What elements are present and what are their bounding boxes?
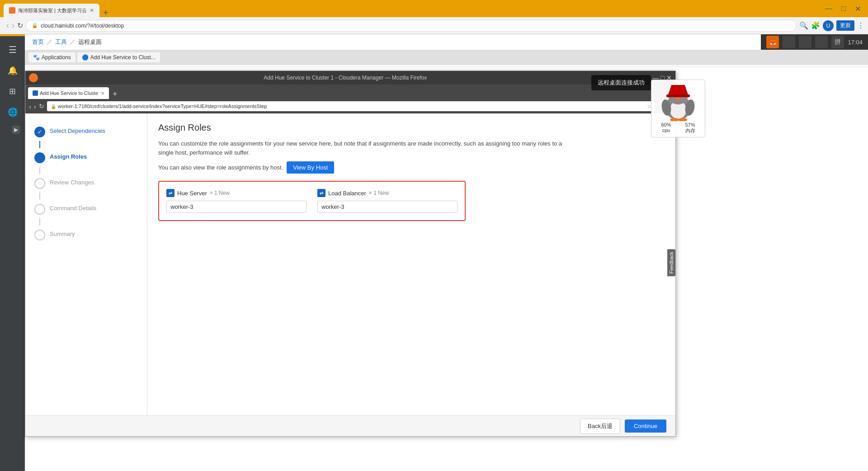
firefox-addrbar: ‹ › ↻ 🔒 worker-1:7180/cmf/clusters/1/add… [25,99,675,113]
applications-tab-bar: 🐾 Applications 🔵 Add Hue Service to Clus… [25,50,868,65]
new-tab-button[interactable]: + [99,8,112,17]
taskbar-time: 17:04 [848,39,863,46]
taskbar-item-3[interactable] [815,36,828,48]
ff-addr-url: worker-1:7180/cmf/clusters/1/add-service… [58,104,645,109]
address-bar[interactable]: 🔒 cloud.hainiubl.com/?#/tool/desktop [26,20,797,32]
chrome-titlebar: 海沛部落实验室 | 大数据学习云 ✕ + — □ ✕ [0,0,868,17]
extensions-button[interactable]: 🧩 [811,21,820,30]
ff-back-button[interactable]: ‹ [29,103,31,110]
chrome-tabs-area: 海沛部落实验室 | 大数据学习云 ✕ + [4,0,818,17]
menu-button[interactable]: ⋮ [857,21,864,30]
outer-browser: 海沛部落实验室 | 大数据学习云 ✕ + — □ ✕ ‹ › ↻ 🔒 cloud… [0,0,868,471]
breadcrumb-tools[interactable]: 工具 [55,38,67,46]
ff-tab-close-icon[interactable]: ✕ [101,91,104,96]
back-nav-button[interactable]: ‹ [6,21,9,30]
applications-icon: 🐾 [33,54,40,61]
cpu-label: cpu [662,127,670,133]
wizard-circle-roles [34,152,45,163]
wizard-label-review: Review Changes [50,178,94,186]
hue-server-header: ⇄ Hue Server × 1 New [166,189,307,197]
firefox-window: Add Hue Service to Cluster 1 - Cloudera … [25,71,676,437]
search-toolbar-button[interactable]: 🔍 [799,21,808,30]
load-balancer-icon: ⇄ [317,189,326,197]
hue-server-badge: × 1 New [210,190,230,196]
minimize-button[interactable]: — [821,5,836,13]
back-button[interactable]: Back后退 [580,419,620,434]
wizard-circle-cmd [34,204,45,215]
mem-value: 57% [685,122,695,127]
taskbar-item-1[interactable] [783,36,795,48]
page-title: Assign Roles [158,122,665,133]
firefox-content: ✓ Select Dependencies Assign Roles [25,113,675,415]
wizard-connector-2 [39,167,40,174]
description-text-2: You can also view the role assignments b… [158,164,283,171]
breadcrumb-sep1: ／ [47,38,52,46]
wizard-step-cmd-details[interactable]: Command Details [33,200,140,218]
side-dock: ☰ 🔔 ⊞ 🌐 ▶ [0,36,25,471]
ff-refresh-button[interactable]: ↻ [39,103,44,110]
address-bar-row: ‹ › ↻ 🔒 cloud.hainiubl.com/?#/tool/deskt… [0,17,868,34]
firefox-tab-active[interactable]: Add Hue Service to Cluste ✕ [28,87,109,99]
svg-rect-11 [666,94,690,97]
maximize-button[interactable]: □ [838,5,849,13]
taskbar-top-right: 🦊 拼 17:04 [761,34,868,50]
ff-forward-button[interactable]: › [34,103,36,110]
hue-server-input[interactable] [166,201,307,213]
taskbar-firefox-icon[interactable]: 🦊 [766,36,779,48]
bottom-button-bar: Back后退 Continue [25,415,675,436]
wizard-step-assign-roles[interactable]: Assign Roles [33,148,140,167]
forward-nav-button[interactable]: › [12,21,14,30]
close-button[interactable]: ✕ [851,5,864,13]
dock-arrow-button[interactable]: ▶ [12,126,20,134]
wizard-step-summary[interactable]: Summary [33,226,140,244]
firefox-logo [29,73,38,82]
wizard-step-select-deps[interactable]: ✓ Select Dependencies [33,122,140,141]
breadcrumb-row: 首页 ／ 工具 ／ 远程桌面 [25,34,868,50]
chrome-tab-close-icon[interactable]: ✕ [90,7,94,14]
add-hue-tab-label: Add Hue Service to Clust... [90,54,156,61]
window-controls: — □ ✕ [821,5,864,13]
wizard-connector-3 [39,193,40,200]
dock-notifications-button[interactable]: 🔔 [4,61,22,80]
add-hue-tab-item[interactable]: 🔵 Add Hue Service to Clust... [77,52,160,62]
refresh-nav-button[interactable]: ↻ [17,21,23,30]
hue-server-label: Hue Server [177,190,207,197]
address-url: cloud.hainiubl.com/?#/tool/desktop [41,23,791,29]
firefox-titlebar: Add Hue Service to Cluster 1 - Cloudera … [25,71,675,85]
wizard-sidebar: ✓ Select Dependencies Assign Roles [25,113,147,415]
hue-server-column: ⇄ Hue Server × 1 New [166,189,307,213]
taskbar-item-2[interactable] [799,36,811,48]
mem-stat: 57% 内存 [685,122,695,134]
ff-tab-favicon [33,90,38,96]
wizard-connector-4 [39,218,40,226]
breadcrumb-home[interactable]: 首页 [32,38,44,46]
breadcrumb-sep2: ／ [70,38,75,46]
continue-button[interactable]: Continue [625,419,666,433]
feedback-strip[interactable]: Feedback [667,249,675,276]
ff-lock-icon: 🔒 [51,104,56,109]
wizard-circle-review [34,178,45,189]
chrome-tab-active[interactable]: 海沛部落实验室 | 大数据学习云 ✕ [4,4,99,17]
profile-button[interactable]: U [823,20,834,31]
cpu-stat: 60% cpu [661,122,671,134]
taskbar-ime-icon[interactable]: 拼 [831,36,844,48]
view-by-host-button[interactable]: View By Host [287,161,334,174]
dock-globe-button[interactable]: 🌐 [4,103,22,121]
cpu-value: 60% [661,122,671,127]
wizard-connector-1 [39,141,40,148]
wizard-circle-summary [34,230,45,240]
chrome-tab-label: 海沛部落实验室 | 大数据学习云 [18,7,87,14]
ff-new-tab-button[interactable]: + [110,89,120,99]
add-hue-tab-icon: 🔵 [82,54,89,61]
wizard-label-deps: Select Dependencies [50,126,105,134]
wizard-step-review[interactable]: Review Changes [33,174,140,193]
dock-menu-button[interactable]: ☰ [4,41,22,59]
ff-address-bar[interactable]: 🔒 worker-1:7180/cmf/clusters/1/add-servi… [47,101,655,111]
load-balancer-input[interactable] [317,201,458,213]
wizard-label-roles: Assign Roles [50,152,87,160]
applications-tab[interactable]: 🐾 Applications [28,52,75,62]
dock-layers-button[interactable]: ⊞ [4,82,22,100]
chrome-tab-favicon [9,7,15,14]
update-button[interactable]: 更新 [836,20,854,31]
browser-toolbar-right: 🔍 🧩 U 更新 ⋮ [799,20,864,31]
